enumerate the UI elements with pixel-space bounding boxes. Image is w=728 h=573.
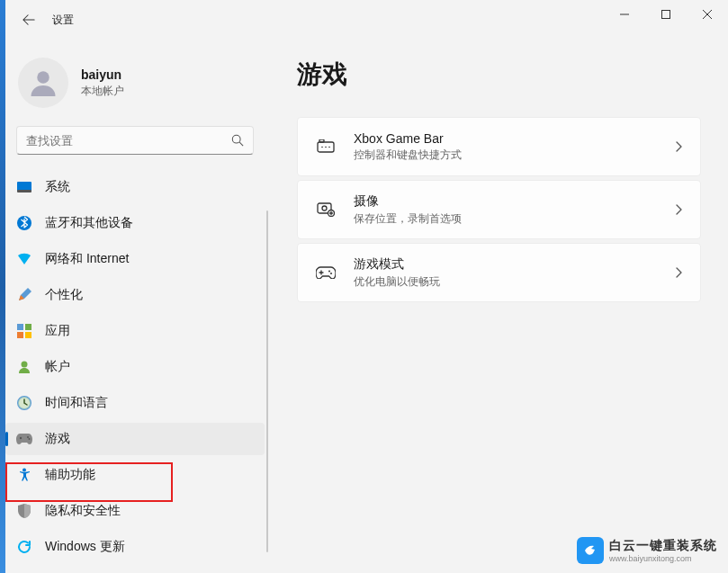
svg-rect-11 [25,324,31,330]
chevron-right-icon [675,141,682,152]
bluetooth-icon [16,215,32,231]
watermark-logo-icon [577,537,604,564]
sidebar-item-label: 隐私和安全性 [45,503,121,519]
maximize-button[interactable] [645,0,687,29]
sidebar-item-label: 辅助功能 [45,467,95,483]
svg-line-6 [239,142,243,146]
window-title: 设置 [52,13,74,28]
sidebar-item-gaming[interactable]: 游戏 [5,423,265,455]
sidebar-item-label: 蓝牙和其他设备 [45,215,133,231]
update-icon [16,539,32,555]
nav-list: 系统 蓝牙和其他设备 网络和 Internet 个性化 应用 帐户 [0,171,270,563]
user-block[interactable]: baiyun 本地帐户 [0,50,270,126]
svg-point-20 [22,469,26,472]
svg-point-18 [27,436,29,438]
svg-rect-22 [319,139,324,142]
titlebar: 设置 [0,0,728,40]
sidebar-item-accessibility[interactable]: 辅助功能 [5,459,265,491]
gaming-icon [16,431,32,447]
apps-icon [16,323,32,339]
card-title: 摄像 [354,193,675,210]
back-arrow-icon [22,13,35,26]
svg-rect-1 [662,11,670,19]
search-icon [231,134,244,147]
svg-point-4 [37,71,49,84]
sidebar-item-label: 个性化 [45,287,83,303]
watermark-title: 白云一键重装系统 [609,538,717,554]
sidebar-item-accounts[interactable]: 帐户 [5,351,265,383]
chevron-right-icon [675,204,682,215]
svg-point-14 [22,362,28,368]
svg-point-25 [328,147,330,148]
sidebar-item-update[interactable]: Windows 更新 [5,531,265,563]
sidebar-item-time[interactable]: 时间和语言 [5,387,265,419]
back-button[interactable] [16,7,41,32]
maximize-icon [661,10,670,19]
close-button[interactable] [687,0,728,29]
system-icon [16,179,32,195]
avatar [18,58,68,108]
close-icon [703,10,712,19]
svg-point-23 [321,147,323,148]
sidebar-item-label: 游戏 [45,431,70,447]
person-icon [27,67,59,99]
svg-rect-10 [17,324,23,330]
sidebar-item-network[interactable]: 网络和 Internet [5,243,265,275]
accessibility-icon [16,467,32,483]
card-xbox-game-bar[interactable]: Xbox Game Bar 控制器和键盘快捷方式 [297,117,701,176]
search-input[interactable] [26,134,231,148]
card-title: 游戏模式 [354,256,675,273]
card-subtitle: 优化电脑以便畅玩 [354,274,675,290]
card-title: Xbox Game Bar [354,131,675,146]
capture-icon [316,200,336,219]
search-box[interactable] [16,126,254,155]
sidebar-item-label: 应用 [45,323,70,339]
sidebar-item-privacy[interactable]: 隐私和安全性 [5,495,265,527]
page-title: 游戏 [297,58,701,92]
card-subtitle: 控制器和键盘快捷方式 [354,148,675,163]
card-subtitle: 保存位置，录制首选项 [354,211,675,227]
gamemode-icon [316,263,336,282]
svg-point-17 [20,437,22,439]
sidebar-scrollbar[interactable] [266,210,268,552]
privacy-icon [16,503,32,519]
main-content: 游戏 Xbox Game Bar 控制器和键盘快捷方式 摄像 保存位置，录制首选… [270,40,728,573]
svg-point-27 [322,206,327,210]
sidebar-item-label: 系统 [45,179,70,195]
card-captures[interactable]: 摄像 保存位置，录制首选项 [297,180,701,239]
minimize-icon [620,10,629,19]
card-game-mode[interactable]: 游戏模式 优化电脑以便畅玩 [297,243,701,302]
svg-point-19 [29,438,31,440]
svg-point-24 [325,147,327,148]
watermark-url: www.baiyunxitong.com [609,554,717,563]
sidebar-item-personalize[interactable]: 个性化 [5,279,265,311]
personalize-icon [16,287,32,303]
svg-point-30 [330,273,332,274]
svg-point-29 [328,271,330,273]
svg-rect-12 [17,332,23,338]
svg-rect-13 [25,332,31,338]
svg-point-5 [232,135,240,143]
minimize-button[interactable] [604,0,645,29]
sidebar-item-system[interactable]: 系统 [5,171,265,203]
watermark: 白云一键重装系统 www.baiyunxitong.com [577,537,717,564]
sidebar-item-label: Windows 更新 [45,539,125,555]
sidebar: baiyun 本地帐户 系统 蓝牙和其他设备 网络和 Internet [0,40,270,573]
accounts-icon [16,359,32,375]
user-account-type: 本地帐户 [81,84,124,99]
sidebar-item-label: 网络和 Internet [45,251,129,267]
sidebar-item-label: 帐户 [45,359,70,375]
network-icon [16,251,32,267]
gamebar-icon [316,137,336,157]
svg-rect-8 [17,190,31,192]
sidebar-item-label: 时间和语言 [45,395,108,411]
window-controls [604,0,728,29]
chevron-right-icon [675,267,682,278]
time-icon [16,395,32,411]
user-name: baiyun [81,67,124,82]
sidebar-item-apps[interactable]: 应用 [5,315,265,347]
sidebar-item-bluetooth[interactable]: 蓝牙和其他设备 [5,207,265,239]
